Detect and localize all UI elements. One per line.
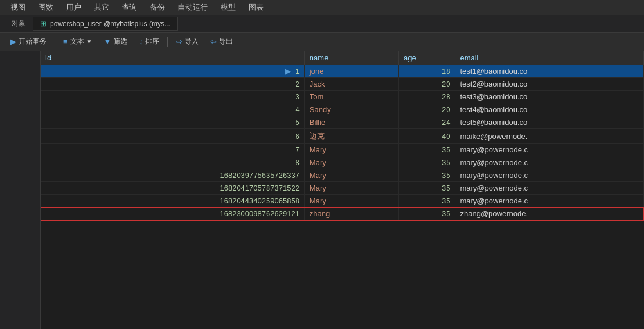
cell-email: mary@powernode.c: [455, 144, 644, 156]
filter-button[interactable]: ▼ 筛选: [99, 35, 132, 49]
cell-name: jone: [304, 65, 398, 78]
cell-id: 2: [41, 78, 304, 91]
table-row[interactable]: ▶ 1jone18test1@baomidou.co: [41, 65, 644, 78]
menu-graph[interactable]: 图数: [33, 1, 59, 14]
cell-email: mary@powernode.c: [455, 169, 644, 182]
cell-id: 1682300098762629121: [41, 208, 304, 220]
table-row[interactable]: 3Tom28test3@baomidou.co: [41, 91, 644, 103]
cell-name: zhang: [304, 208, 398, 220]
cell-age: 35: [399, 182, 455, 195]
cell-email: maike@powernode.: [455, 129, 644, 144]
table-row[interactable]: 8Mary35mary@powernode.c: [41, 156, 644, 169]
main-area: id name age email ▶ 1jone18test1@baomido…: [0, 51, 644, 329]
table-tab[interactable]: ⊞ powershop_user @mybatisplus (mys...: [33, 17, 178, 31]
cell-name: 迈克: [304, 129, 398, 144]
cell-age: 35: [399, 156, 455, 169]
cell-email: mary@powernode.c: [455, 182, 644, 195]
menu-backup[interactable]: 备份: [144, 1, 171, 14]
col-header-name[interactable]: name: [304, 51, 398, 65]
filter-label: 筛选: [113, 37, 127, 47]
toolbar: ▶ 开始事务 ≡ 文本 ▼ ▼ 筛选 ↕ 排序 ⇨ 导入 ⇦ 导出: [0, 33, 644, 51]
col-header-id[interactable]: id: [41, 51, 304, 65]
sort-button[interactable]: ↕ 排序: [134, 35, 164, 49]
begin-transaction-label: 开始事务: [19, 37, 46, 47]
col-header-email[interactable]: email: [455, 51, 644, 65]
text-label: 文本: [70, 37, 84, 47]
table-row[interactable]: 4Sandy20test4@baomidou.co: [41, 103, 644, 116]
sort-icon: ↕: [139, 37, 143, 46]
cell-id: 1682044340259065858: [41, 195, 304, 208]
cell-age: 28: [399, 91, 455, 103]
cell-email: mary@powernode.c: [455, 156, 644, 169]
import-button[interactable]: ⇨ 导入: [171, 35, 203, 49]
cell-email: test1@baomidou.co: [455, 65, 644, 78]
export-label: 导出: [219, 37, 233, 47]
cell-name: Mary: [304, 169, 398, 182]
cell-name: Jack: [304, 78, 398, 91]
cell-email: zhang@powernode.: [455, 208, 644, 220]
cell-name: Mary: [304, 144, 398, 156]
menu-model[interactable]: 模型: [215, 1, 242, 14]
data-table: id name age email ▶ 1jone18test1@baomido…: [41, 51, 644, 220]
menu-autorun[interactable]: 自动运行: [172, 1, 214, 14]
table-row[interactable]: 5Billie24test5@baomidou.co: [41, 116, 644, 129]
menu-bar: 视图 图数 用户 其它 查询 备份 自动运行 模型 图表: [0, 0, 644, 15]
table-row[interactable]: 7Mary35mary@powernode.c: [41, 144, 644, 156]
cell-id: 1682039775635726337: [41, 169, 304, 182]
cell-age: 20: [399, 78, 455, 91]
cell-id: 6: [41, 129, 304, 144]
cell-age: 24: [399, 116, 455, 129]
tab-bar: 对象 ⊞ powershop_user @mybatisplus (mys...: [0, 15, 644, 33]
cell-name: Mary: [304, 195, 398, 208]
cell-name: Billie: [304, 116, 398, 129]
col-header-age[interactable]: age: [399, 51, 455, 65]
text-button[interactable]: ≡ 文本 ▼: [59, 35, 97, 49]
table-row[interactable]: 1682044340259065858Mary35mary@powernode.…: [41, 195, 644, 208]
menu-chart[interactable]: 图表: [243, 1, 269, 14]
text-icon: ≡: [63, 37, 68, 46]
menu-view[interactable]: 视图: [5, 1, 31, 14]
cell-id: 3: [41, 91, 304, 103]
menu-other[interactable]: 其它: [88, 1, 115, 14]
sidebar-label: 对象: [5, 16, 33, 31]
cell-age: 35: [399, 169, 455, 182]
cell-email: test2@baomidou.co: [455, 78, 644, 91]
cell-name: Mary: [304, 156, 398, 169]
cell-age: 40: [399, 129, 455, 144]
menu-query[interactable]: 查询: [116, 1, 143, 14]
cell-email: test3@baomidou.co: [455, 91, 644, 103]
import-icon: ⇨: [176, 37, 182, 46]
begin-transaction-button[interactable]: ▶ 开始事务: [6, 35, 51, 49]
table-row[interactable]: 1682300098762629121zhang35zhang@powernod…: [41, 208, 644, 220]
table-area: id name age email ▶ 1jone18test1@baomido…: [41, 51, 644, 329]
export-button[interactable]: ⇦ 导出: [206, 35, 238, 49]
table-row[interactable]: 2Jack20test2@baomidou.co: [41, 78, 644, 91]
cell-age: 35: [399, 195, 455, 208]
cell-id: 5: [41, 116, 304, 129]
cell-id: 4: [41, 103, 304, 116]
cell-id: 1682041705787371522: [41, 182, 304, 195]
cell-name: Mary: [304, 182, 398, 195]
text-dropdown-icon: ▼: [87, 38, 92, 45]
table-row[interactable]: 6迈克40maike@powernode.: [41, 129, 644, 144]
menu-user[interactable]: 用户: [60, 1, 87, 14]
cell-id: 8: [41, 156, 304, 169]
cell-id: 7: [41, 144, 304, 156]
export-icon: ⇦: [210, 37, 217, 46]
cell-name: Sandy: [304, 103, 398, 116]
cell-name: Tom: [304, 91, 398, 103]
table-header-row: id name age email: [41, 51, 644, 65]
transaction-icon: ▶: [10, 37, 16, 46]
table-row[interactable]: 1682041705787371522Mary35mary@powernode.…: [41, 182, 644, 195]
cell-email: mary@powernode.c: [455, 195, 644, 208]
cell-age: 20: [399, 103, 455, 116]
sort-label: 排序: [145, 37, 159, 47]
filter-icon: ▼: [104, 37, 111, 46]
toolbar-separator-2: [167, 37, 168, 47]
cell-email: test4@baomidou.co: [455, 103, 644, 116]
table-row[interactable]: 1682039775635726337Mary35mary@powernode.…: [41, 169, 644, 182]
sidebar: [0, 51, 41, 329]
import-label: 导入: [185, 37, 199, 47]
cell-age: 35: [399, 144, 455, 156]
tab-title: powershop_user @mybatisplus (mys...: [50, 20, 170, 28]
